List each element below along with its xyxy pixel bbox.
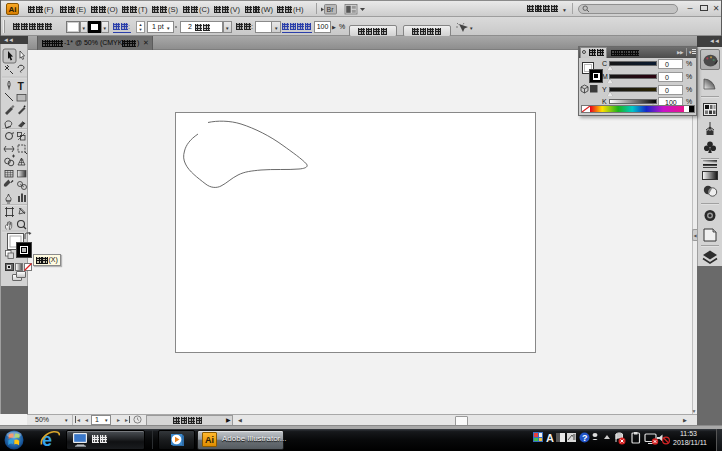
svg-text:T: T [18,80,25,92]
svg-text:Br: Br [327,6,335,13]
svg-text:?: ? [582,433,588,443]
svg-text:A: A [546,432,554,444]
